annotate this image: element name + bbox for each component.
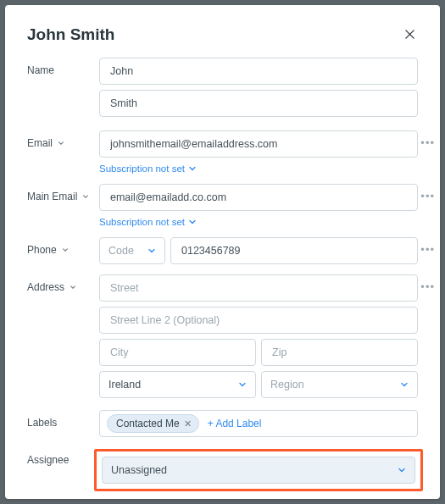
country-select[interactable]: Ireland [99,371,256,398]
chevron-down-icon [58,140,64,147]
email-more-button[interactable]: ••• [420,137,435,148]
chevron-down-icon [82,193,89,200]
main-email-row: Main Email Subscription not set ••• [27,184,418,227]
assignee-label: Assignee [27,447,99,466]
phone-number-input[interactable] [170,237,418,264]
labels-row: Labels Contacted Me ✕ + Add Label [27,410,418,437]
dialog-title: John Smith [27,25,114,44]
address-label[interactable]: Address [27,274,99,293]
add-label-button[interactable]: + Add Label [208,418,262,429]
label-chip: Contacted Me ✕ [107,414,199,433]
chevron-down-icon [188,164,197,173]
phone-code-select[interactable]: Code [99,237,165,264]
street-input[interactable] [99,274,418,302]
chevron-down-icon [188,218,197,226]
chevron-down-icon [238,380,247,389]
chevron-down-icon [398,466,406,474]
last-name-input[interactable] [99,90,418,117]
close-icon [404,29,415,40]
chevron-down-icon [147,246,156,255]
phone-label[interactable]: Phone [27,237,99,256]
remove-label-button[interactable]: ✕ [184,418,192,429]
email-input[interactable] [99,130,418,158]
name-label: Name [27,58,99,76]
chevron-down-icon [70,284,76,291]
main-email-subscription-link[interactable]: Subscription not set [99,217,418,227]
chevron-down-icon [400,380,409,389]
form: Name Email Subscription not set ••• [27,58,418,493]
label-chip-text: Contacted Me [116,418,180,429]
assignee-row: Assignee Unassigned [27,447,418,493]
labels-label: Labels [27,410,99,429]
city-input[interactable] [99,339,256,366]
region-select[interactable]: Region [261,371,418,398]
chevron-down-icon [62,246,69,253]
main-email-label[interactable]: Main Email [27,184,99,202]
assignee-select[interactable]: Unassigned [102,457,415,484]
address-more-button[interactable]: ••• [420,281,435,292]
highlight-box: Unassigned [94,449,423,491]
email-label[interactable]: Email [27,130,99,149]
main-email-input[interactable] [99,184,418,211]
phone-more-button[interactable]: ••• [420,244,435,255]
close-button[interactable] [401,25,418,42]
main-email-more-button[interactable]: ••• [420,191,435,202]
first-name-input[interactable] [99,58,418,85]
street2-input[interactable] [99,307,418,334]
email-subscription-link[interactable]: Subscription not set [99,163,418,174]
labels-field[interactable]: Contacted Me ✕ + Add Label [99,410,418,437]
name-row: Name [27,58,418,117]
contact-edit-dialog: John Smith Name Email Subscription not s… [5,5,440,499]
phone-row: Phone Code ••• [27,237,418,264]
dialog-header: John Smith [27,25,418,44]
address-row: Address Ireland Region [27,274,418,398]
email-row: Email Subscription not set ••• [27,130,418,174]
zip-input[interactable] [261,339,418,366]
